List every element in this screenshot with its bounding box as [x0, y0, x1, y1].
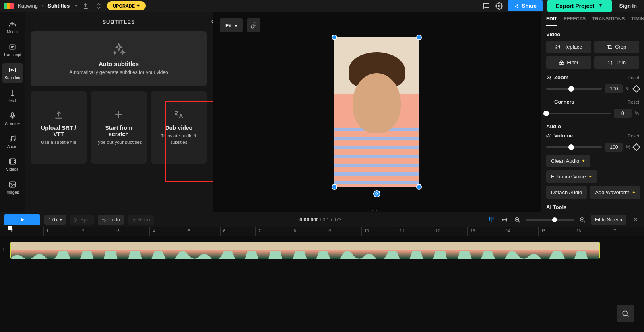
ruler-tick: :7: [255, 227, 291, 236]
fit-dropdown[interactable]: Fit▾: [220, 18, 243, 32]
video-clip[interactable]: [10, 242, 600, 259]
nav-audio[interactable]: Audio: [2, 131, 23, 152]
filter-icon: [559, 60, 564, 66]
filter-button[interactable]: Filter: [546, 56, 591, 69]
sparkle-icon[interactable]: [94, 2, 103, 10]
lock-aspect-button[interactable]: [247, 18, 260, 32]
nav-images[interactable]: Images: [2, 177, 23, 198]
zoom-keyframe[interactable]: [632, 85, 640, 93]
selection-handle-br[interactable]: [416, 184, 422, 190]
redo-button[interactable]: Redo: [128, 215, 154, 225]
play-button[interactable]: [4, 214, 40, 225]
ruler-tick: :10: [361, 227, 397, 236]
timeline-tracks[interactable]: 1: [0, 236, 644, 320]
rotate-handle[interactable]: ⟳: [373, 190, 380, 197]
trim-button[interactable]: Trim: [594, 56, 640, 69]
nav-transcript[interactable]: Transcript: [2, 40, 23, 60]
voice-icon: [8, 112, 17, 120]
upload-icon[interactable]: [81, 2, 90, 10]
project-chevron-icon[interactable]: ▾: [75, 4, 77, 8]
detach-audio-button[interactable]: Detach Audio: [546, 186, 587, 199]
zoom-reset[interactable]: Reset: [627, 75, 639, 80]
undo-button[interactable]: Undo: [98, 215, 124, 225]
tab-effects[interactable]: EFFECTS: [564, 16, 586, 26]
export-icon: [598, 3, 603, 9]
signin-link[interactable]: Sign In: [616, 3, 640, 9]
ruler-tick: :13: [467, 227, 503, 236]
tab-transitions[interactable]: TRANSITIONS: [592, 16, 625, 26]
svg-point-4: [14, 139, 15, 141]
nav-label: AI Voice: [5, 121, 20, 126]
crop-button[interactable]: Crop: [594, 41, 640, 53]
add-waveform-button[interactable]: Add Waveform✦: [590, 186, 640, 199]
corners-slider[interactable]: [546, 113, 611, 114]
upgrade-button[interactable]: UPGRADE✦: [107, 1, 146, 10]
enhance-voice-button[interactable]: Enhance Voice✦: [546, 170, 597, 183]
auto-subtitles-card[interactable]: Auto subtitles Automatically generate su…: [31, 31, 207, 86]
close-timeline-icon[interactable]: ✕: [630, 215, 640, 225]
svg-rect-1: [10, 45, 15, 49]
timeline-ruler[interactable]: :0 :1 :2 :3 :4 :5 :6 :7 :8 :9 :10 :11 :1…: [0, 227, 644, 236]
timeline-zoom-slider[interactable]: [526, 219, 574, 221]
nav-media[interactable]: Media: [2, 17, 23, 37]
nav-label: Audio: [7, 144, 18, 149]
gear-icon[interactable]: [495, 2, 504, 10]
ruler-tick: :16: [574, 227, 609, 236]
undo-icon: [102, 217, 107, 222]
corners-value[interactable]: 0: [614, 109, 632, 118]
volume-slider[interactable]: [546, 146, 602, 148]
nav-label: Text: [8, 98, 16, 103]
export-label: Export Project: [556, 3, 594, 9]
volume-keyframe[interactable]: [632, 143, 640, 151]
nav-videos[interactable]: Videos: [2, 154, 23, 175]
comment-icon[interactable]: [482, 2, 491, 10]
upgrade-label: UPGRADE: [113, 4, 135, 8]
speed-dropdown[interactable]: 1.0x▾: [44, 215, 66, 225]
zoom-out-button[interactable]: [513, 215, 522, 224]
magnet-toggle[interactable]: [487, 215, 496, 224]
canvas-area[interactable]: Fit▾ ⟳ • • •: [213, 12, 541, 212]
corners-reset[interactable]: Reset: [627, 100, 639, 105]
zoom-value[interactable]: 100: [605, 84, 623, 93]
canvas-resize-handle[interactable]: • • •: [372, 209, 382, 212]
share-label: Share: [522, 3, 537, 9]
dub-video-card[interactable]: Dub video Translate audio & subtitles: [151, 91, 207, 164]
selection-handle-tr[interactable]: [416, 35, 422, 40]
tab-timing[interactable]: TIMING: [631, 16, 644, 26]
selection-handle-tl[interactable]: [332, 35, 337, 40]
tab-edit[interactable]: EDIT: [546, 16, 557, 26]
breadcrumb-project[interactable]: Subtitles: [47, 3, 70, 9]
selection-handle-bl[interactable]: [332, 184, 337, 190]
auto-sub: Automatically generate subtitles for you…: [39, 70, 199, 75]
ruler-tick: :12: [432, 227, 467, 236]
corners-icon: [546, 99, 552, 105]
trim-icon: [607, 60, 613, 66]
breadcrumb-app[interactable]: Kapwing: [18, 3, 38, 9]
zoom-in-button[interactable]: [578, 215, 587, 224]
subtitles-icon: [8, 66, 17, 74]
zoom-label: Zoom: [554, 74, 568, 80]
nav-aivoice[interactable]: AI Voice: [2, 109, 23, 129]
replace-button[interactable]: Replace: [546, 41, 591, 53]
clean-audio-button[interactable]: Clean Audio✦: [546, 155, 590, 167]
trim-ends-button[interactable]: [500, 215, 509, 224]
app-logo[interactable]: [4, 3, 14, 9]
playhead[interactable]: [10, 227, 10, 324]
volume-reset[interactable]: Reset: [627, 133, 639, 138]
nav-text[interactable]: Text: [2, 86, 23, 106]
split-button[interactable]: Split: [70, 215, 94, 225]
video-selection[interactable]: ⟳: [334, 37, 419, 187]
nav-subtitles[interactable]: Subtitles: [2, 63, 23, 83]
ruler-tick: :15: [538, 227, 574, 236]
search-fab[interactable]: [617, 305, 634, 322]
export-button[interactable]: Export Project: [547, 0, 612, 12]
card-sub: Type out your subtitles: [95, 139, 142, 146]
volume-value[interactable]: 100: [605, 143, 623, 152]
text-icon: [8, 89, 17, 97]
svg-point-13: [74, 218, 76, 219]
share-button[interactable]: Share: [508, 0, 543, 11]
start-scratch-card[interactable]: Start from scratch Type out your subtitl…: [91, 91, 147, 164]
zoom-slider[interactable]: [546, 88, 602, 90]
fit-to-screen-button[interactable]: Fit to Screen: [591, 215, 626, 225]
upload-srt-card[interactable]: Upload SRT / VTT Use a subtitle file: [31, 91, 87, 164]
